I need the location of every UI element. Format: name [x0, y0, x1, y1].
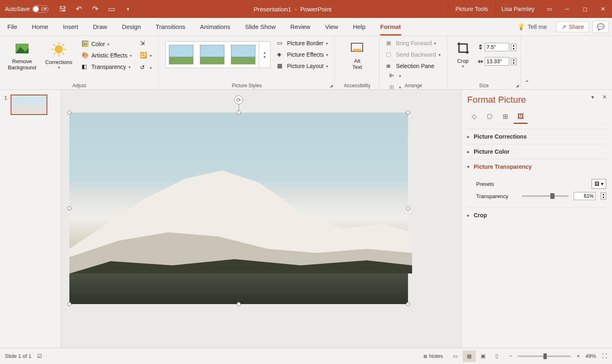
resize-handle-w[interactable]	[67, 206, 71, 210]
style-thumb-2[interactable]	[200, 45, 224, 64]
bring-forward-button[interactable]: ▣Bring Forward	[384, 38, 443, 48]
tab-insert[interactable]: Insert	[55, 18, 86, 35]
rotate-handle[interactable]: ⟳	[234, 95, 243, 104]
resize-handle-nw[interactable]	[67, 110, 71, 115]
slider-thumb[interactable]	[550, 193, 554, 199]
height-spinner[interactable]: ▴▾	[511, 44, 517, 51]
tab-view[interactable]: View	[318, 18, 346, 35]
transparency-spinner[interactable]: ▴▾	[601, 192, 606, 200]
crop-button[interactable]: Crop ▾	[452, 38, 475, 70]
fit-to-window-icon[interactable]: ⛶	[602, 353, 607, 359]
status-bar: Slide 1 of 1 ☑ ≣Notes ▭ ▦ ▣ ▯ − + 49% ⛶	[0, 348, 612, 364]
transparency-button[interactable]: ◧Transparency	[79, 62, 134, 72]
compress-pictures-button[interactable]: ⇲	[137, 38, 154, 48]
tab-design[interactable]: Design	[115, 18, 149, 35]
minimize-icon[interactable]: ─	[558, 0, 576, 18]
notes-button[interactable]: ≣Notes	[423, 353, 443, 359]
send-backward-button[interactable]: ▢Send Backward	[384, 50, 443, 60]
maximize-icon[interactable]: ◻	[576, 0, 594, 18]
size-launcher[interactable]: ◢	[516, 83, 519, 88]
save-icon[interactable]: 🖫	[58, 4, 68, 14]
tab-transitions[interactable]: Transitions	[148, 18, 193, 35]
ribbon-options-icon[interactable]: ▭	[540, 0, 558, 18]
comments-button[interactable]: 💬	[592, 21, 609, 33]
tell-me-search[interactable]: 💡 Tell me	[512, 23, 553, 31]
picture-tools-tab[interactable]: Picture Tools	[448, 0, 496, 18]
corrections-button[interactable]: Corrections ▾	[41, 40, 77, 71]
zoom-out-icon[interactable]: −	[509, 353, 512, 359]
tab-file[interactable]: File	[0, 18, 24, 35]
resize-handle-se[interactable]	[406, 302, 410, 306]
picture-effects-button[interactable]: ◈Picture Effects	[275, 50, 330, 60]
selected-picture[interactable]: ⟳	[69, 113, 408, 304]
pane-tab-size-icon[interactable]: ⊞	[498, 110, 512, 124]
view-reading-icon[interactable]: ▣	[477, 351, 490, 362]
slideshow-icon[interactable]: ▭	[106, 4, 117, 14]
zoom-value[interactable]: 49%	[585, 353, 596, 359]
spellcheck-icon[interactable]: ☑	[37, 353, 42, 359]
slide-counter[interactable]: Slide 1 of 1	[5, 353, 31, 359]
pane-close-icon[interactable]: ✕	[602, 94, 607, 100]
picture-border-button[interactable]: ▭Picture Border	[275, 38, 330, 48]
style-thumb-3[interactable]	[231, 45, 255, 64]
tab-format[interactable]: Format	[373, 18, 408, 35]
resize-handle-n[interactable]	[237, 110, 241, 115]
artistic-effects-button[interactable]: 🎨Artistic Effects	[79, 51, 134, 60]
zoom-thumb[interactable]	[543, 353, 547, 359]
picture-styles-launcher[interactable]: ◢	[330, 83, 333, 88]
resize-handle-ne[interactable]	[406, 110, 410, 115]
pane-options-icon[interactable]: ▾	[591, 94, 594, 100]
close-icon[interactable]: ✕	[594, 0, 612, 18]
redo-icon[interactable]: ↷	[90, 4, 101, 14]
reset-picture-button[interactable]: ↺▾	[137, 63, 154, 73]
section-picture-color[interactable]: Picture Color	[467, 144, 606, 159]
pane-tab-effects-icon[interactable]: ⬠	[483, 110, 497, 124]
signed-in-user[interactable]: Lisa Parmley	[496, 6, 540, 12]
change-picture-button[interactable]: 🔁▾	[137, 51, 154, 60]
picture-layout-button[interactable]: ▦Picture Layout	[275, 61, 330, 71]
height-icon: ⇕	[478, 43, 483, 51]
presets-dropdown[interactable]: 🖼 ▾	[592, 179, 606, 189]
tab-help[interactable]: Help	[346, 18, 373, 35]
resize-handle-sw[interactable]	[67, 302, 71, 306]
autosave-toggle[interactable]: Off	[32, 5, 49, 13]
pane-tab-picture-icon[interactable]: 🖼	[514, 110, 528, 124]
zoom-slider[interactable]	[518, 355, 571, 357]
section-crop[interactable]: Crop	[467, 207, 606, 223]
customize-qat-icon[interactable]: ▾	[123, 4, 133, 14]
view-slideshow-icon[interactable]: ▯	[490, 351, 503, 362]
section-picture-corrections[interactable]: Picture Corrections	[467, 129, 606, 144]
section-picture-transparency[interactable]: Picture Transparency	[467, 159, 606, 174]
slide-thumb-1[interactable]: 1	[4, 95, 57, 115]
selection-pane-button[interactable]: ≣Selection Pane	[384, 61, 443, 71]
undo-icon[interactable]: ↶	[74, 4, 84, 14]
slide-editor[interactable]: ⟳	[61, 90, 461, 348]
color-button[interactable]: 🖼️Color	[79, 39, 134, 49]
transparency-value[interactable]	[574, 192, 596, 200]
view-normal-icon[interactable]: ▭	[449, 351, 462, 362]
picture-styles-gallery[interactable]: ▴▾	[165, 41, 271, 68]
group-size: Crop ▾ ⇕ ▴▾ ⇔ ▴▾ Size ◢	[448, 36, 521, 89]
width-spinner[interactable]: ▴▾	[511, 58, 517, 65]
share-button[interactable]: ↗ Share	[556, 22, 589, 32]
tab-draw[interactable]: Draw	[86, 18, 115, 35]
resize-handle-e[interactable]	[406, 206, 410, 210]
resize-handle-s[interactable]	[237, 302, 241, 306]
collapse-ribbon[interactable]: ⌃	[521, 36, 533, 89]
transparency-slider[interactable]	[522, 195, 569, 197]
tab-slideshow[interactable]: Slide Show	[237, 18, 283, 35]
zoom-in-icon[interactable]: +	[577, 353, 580, 359]
style-thumb-1[interactable]	[169, 45, 193, 64]
tab-home[interactable]: Home	[24, 18, 55, 35]
tab-review[interactable]: Review	[283, 18, 317, 35]
style-gallery-more[interactable]: ▴▾	[259, 41, 270, 68]
height-input[interactable]	[485, 43, 509, 51]
tab-animations[interactable]: Animations	[193, 18, 237, 35]
alt-text-button[interactable]: Alt Text	[339, 38, 375, 72]
width-input[interactable]	[485, 57, 509, 66]
view-sorter-icon[interactable]: ▦	[463, 351, 476, 362]
remove-background-button[interactable]: Remove Background	[4, 39, 40, 72]
align-button[interactable]: ⊫	[387, 71, 443, 81]
pane-tab-fill-icon[interactable]: ◇	[467, 110, 481, 124]
send-backward-icon: ▢	[386, 51, 393, 58]
